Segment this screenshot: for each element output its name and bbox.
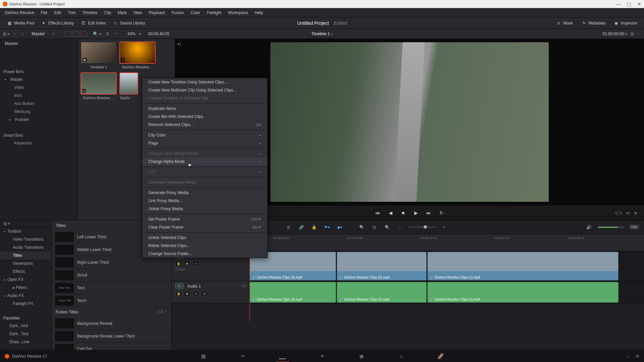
edit-page-tab[interactable]: ⎯⎯ xyxy=(278,352,287,360)
view-detail-icon[interactable] xyxy=(80,31,87,37)
zoom-level[interactable]: 43% xyxy=(127,32,136,36)
bin-video[interactable]: Video xyxy=(0,83,77,92)
media-pool-button[interactable]: ▦Media Pool xyxy=(3,19,38,27)
fx-video-trans[interactable]: Video Transitions xyxy=(0,235,51,243)
menu-clip[interactable]: Clip xyxy=(101,10,114,15)
metadata-button[interactable]: ✎Metadata xyxy=(578,19,609,27)
go-last-icon[interactable]: |▸ xyxy=(634,210,637,215)
color-page-tab[interactable]: ◉ xyxy=(357,352,366,360)
cut-page-tab[interactable]: ✂ xyxy=(238,352,248,360)
menu-fairlight[interactable]: Fairlight xyxy=(204,10,225,15)
loop-button[interactable]: ↻ xyxy=(438,209,445,216)
zoom-icon[interactable]: 🔍 xyxy=(383,223,391,231)
clip-dr1[interactable]: ♪ DaVinci Resolve ... xyxy=(120,42,155,69)
ctx-proxy[interactable]: Generate Proxy Media xyxy=(142,189,267,197)
title-scroll[interactable]: Scroll xyxy=(52,269,171,282)
a-solo-icon[interactable]: S xyxy=(193,291,199,296)
ctx-create-bin[interactable]: Create Bin With Selected Clips xyxy=(142,113,267,121)
match-frame-icon[interactable]: ⊏⊐ xyxy=(615,210,622,215)
bin-keywords[interactable]: Keywords xyxy=(0,139,77,147)
next-frame-button[interactable]: ⏭ xyxy=(425,209,432,216)
minimize-icon[interactable]: — xyxy=(616,1,621,7)
ctx-new-multicam[interactable]: Create New Multicam Clip Using Selected … xyxy=(142,86,267,94)
retiming-tool[interactable]: ⊘ xyxy=(284,223,292,231)
ctx-new-timeline[interactable]: Create New Timeline Using Selected Clips… xyxy=(142,78,267,86)
first-frame-button[interactable]: ⏮ xyxy=(374,209,381,216)
settings-icon[interactable]: ⚙ xyxy=(636,354,639,359)
menu-workspace[interactable]: Workspace xyxy=(225,10,252,15)
zoom-in-icon[interactable]: + xyxy=(440,223,448,231)
menu-file[interactable]: File xyxy=(38,10,51,15)
timeline-name[interactable]: Timeline 1 ▾ xyxy=(311,32,332,36)
play-marker-icon[interactable]: ▸| xyxy=(178,42,181,46)
prev-frame-button[interactable]: ◀ xyxy=(387,209,394,216)
ctx-optimized[interactable]: Generate Optimized Media xyxy=(142,178,267,186)
title-text[interactable]: Basic TitleText xyxy=(52,282,171,294)
viewer-link-icon[interactable]: ⧉ xyxy=(625,32,628,36)
menu-view[interactable]: View xyxy=(130,10,146,15)
fx-audiofx[interactable]: Audio FX xyxy=(0,292,51,300)
a1-badge[interactable]: A1 xyxy=(175,283,184,289)
track-lock-icon[interactable]: 🔒 xyxy=(175,261,182,266)
zoom-fit-icon[interactable]: ⊡ xyxy=(370,223,378,231)
fairlight-page-tab[interactable]: ♫ xyxy=(396,352,406,360)
ctx-flags[interactable]: Flags▸ xyxy=(142,139,267,147)
fusion-page-tab[interactable]: ✦ xyxy=(317,352,327,360)
menu-davinci[interactable]: DaVinci Resolve xyxy=(1,10,38,15)
nav-fwd-icon[interactable]: › xyxy=(20,32,25,36)
ctx-unlink-proxy[interactable]: Unlink Proxy Media xyxy=(142,205,267,213)
menu-trim[interactable]: Trim xyxy=(64,10,79,15)
fx-filters[interactable]: ▸ Filters xyxy=(0,284,51,292)
a-lock-icon[interactable]: 🔒 xyxy=(175,291,182,296)
bin-werbung[interactable]: Werbung xyxy=(0,108,77,116)
menu-edit[interactable]: Edit xyxy=(51,10,64,15)
maximize-icon[interactable]: ▢ xyxy=(627,1,631,7)
ctx-remove[interactable]: Remove Selected Clips...Del xyxy=(142,121,267,129)
fav-2[interactable]: Dark...Text xyxy=(0,330,51,338)
zoom-chevron-icon[interactable]: ▾ xyxy=(139,32,141,36)
ctx-unlink-clips[interactable]: Unlink Selected Clips xyxy=(142,234,267,242)
close-icon[interactable]: ✕ xyxy=(637,1,641,7)
fx-audio-trans[interactable]: Audio Transitions xyxy=(0,243,51,251)
bin-fortnite[interactable]: Fortnite xyxy=(0,116,77,124)
nav-back-icon[interactable]: ‹ xyxy=(12,32,17,36)
go-end-icon[interactable]: ▸| xyxy=(627,210,630,215)
title-textplus[interactable]: Custom TitleText+ xyxy=(52,294,171,307)
ctx-link-proxy[interactable]: Link Proxy Media... xyxy=(142,197,267,205)
fx-effects[interactable]: Effects xyxy=(0,267,51,276)
media-page-tab[interactable]: ▦ xyxy=(199,352,208,360)
ctx-set-poster[interactable]: Set Poster FrameCtrl+P xyxy=(142,215,267,223)
volume-icon[interactable]: 🔊 xyxy=(585,223,593,231)
inspector-button[interactable]: ◉Inspector xyxy=(610,19,641,27)
fx-fairlight[interactable]: Fairlight FX xyxy=(0,300,51,308)
volume-slider[interactable] xyxy=(598,227,625,228)
vclip-3[interactable]: DaVinci Resolve Clips (1).mp4 xyxy=(427,252,619,281)
view-list-icon[interactable] xyxy=(64,31,71,37)
ctx-relink-clips[interactable]: Relink Selected Clips... xyxy=(142,242,267,250)
bin-intro[interactable]: Intro xyxy=(0,92,77,100)
bin-abo[interactable]: Abo Button xyxy=(0,100,77,108)
a1-content[interactable]: DaVinci Resolve Clips (3).mp4 DaVinci Re… xyxy=(250,281,644,303)
flag-tool[interactable]: ⚑▾ xyxy=(323,223,331,231)
ctx-change-source[interactable]: Change Source Folder... xyxy=(142,250,267,258)
fav-3[interactable]: Draw...Line xyxy=(0,338,51,346)
clip-dr2[interactable]: ♪ DaVinci Resolve ... xyxy=(81,73,116,100)
search-tl-icon[interactable]: 🔍 xyxy=(358,223,366,231)
fav-1[interactable]: Dark...hird xyxy=(0,322,51,330)
viewer-more-icon[interactable]: ⋯ xyxy=(637,32,641,36)
viewer-split-icon[interactable]: ▥ xyxy=(630,32,634,36)
dim-button[interactable]: DIM xyxy=(629,225,639,230)
fusion-titles-header[interactable]: Fusion Titles2.0 ⌃ xyxy=(52,307,171,317)
play-button[interactable]: ▶ xyxy=(413,209,419,216)
aclip-1[interactable]: DaVinci Resolve Clips (3).mp4 xyxy=(250,282,336,303)
view-grid-icon[interactable] xyxy=(72,31,79,37)
ctx-alpha[interactable]: Change Alpha Mode▸ xyxy=(142,158,267,166)
clip-timeline1[interactable]: ⊞ Timeline 1 xyxy=(81,42,116,69)
ctx-clear-poster[interactable]: Clear Poster FrameAlt+P xyxy=(142,223,267,231)
timeline-ruler[interactable]: 01:00:03:23 01:00:11:21 01:00:19:19 01:0… xyxy=(250,234,644,251)
aclip-3[interactable]: DaVinci Resolve Clips (1).mp4 xyxy=(427,282,619,303)
fx-titles[interactable]: Titles xyxy=(0,251,51,259)
fx-openfx[interactable]: Open FX xyxy=(0,276,51,284)
sound-library-button[interactable]: ♫Sound Library xyxy=(109,19,149,27)
track-thumb-icon[interactable]: ▭ xyxy=(193,261,199,266)
